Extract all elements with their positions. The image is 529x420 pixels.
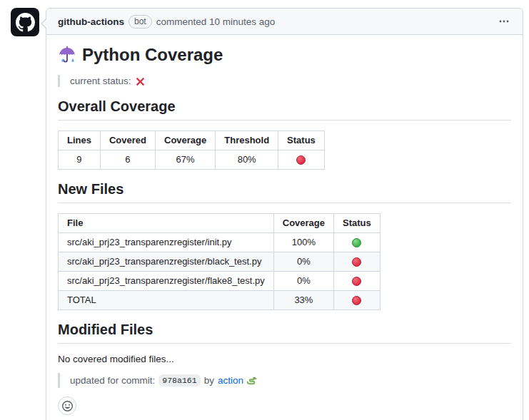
page: github-actions bot commented 10 minutes … (0, 0, 529, 420)
file-path: src/aki_prj23_transparenzregister/flake8… (59, 272, 274, 291)
threshold-value: 80% (216, 150, 278, 170)
table-row: 9 6 67% 80% (59, 150, 325, 170)
github-actions-avatar[interactable] (11, 8, 39, 36)
status-circle-icon (296, 155, 306, 165)
kebab-horizontal-icon (498, 16, 510, 27)
comment-header: github-actions bot commented 10 minutes … (46, 9, 523, 35)
lines-value: 9 (59, 150, 101, 170)
file-path: src/aki_prj23_transparenzregister/black_… (59, 252, 274, 272)
table-row: src/aki_prj23_transparenzregister/black_… (59, 252, 381, 272)
comment-timestamp[interactable]: commented 10 minutes ago (156, 16, 276, 27)
col-file: File (59, 214, 274, 233)
col-coverage: Coverage (273, 214, 333, 233)
status-circle-icon (352, 296, 361, 305)
coverage-title: Python Coverage (58, 45, 511, 65)
status-circle-icon (352, 277, 361, 286)
bot-badge: bot (129, 15, 152, 29)
coverage-value: 100% (273, 233, 333, 252)
total-label: TOTAL (59, 291, 274, 310)
table-row: src/aki_prj23_transparenzregister/init.p… (59, 233, 381, 252)
covered-value: 6 (100, 150, 155, 170)
action-link[interactable]: action (218, 375, 243, 386)
table-header-row: Lines Covered Coverage Threshold Status (59, 131, 325, 150)
comment-timeline: github-actions bot commented 10 minutes … (11, 8, 523, 420)
status-circle-icon (352, 257, 361, 267)
col-status: Status (334, 214, 381, 233)
coverage-value: 33% (273, 291, 333, 310)
new-files-table: File Coverage Status src/aki_prj23_trans… (58, 213, 381, 310)
col-status: Status (278, 131, 325, 150)
commit-note-quote: updated for commit: 978a161 by action (58, 373, 511, 388)
commit-note-by: by (204, 375, 214, 386)
file-path: src/aki_prj23_transparenzregister/init.p… (59, 233, 274, 252)
umbrella-icon (58, 46, 76, 64)
col-lines: Lines (59, 131, 101, 150)
table-row-total: TOTAL 33% (59, 291, 381, 310)
current-status-label: current status: (70, 76, 131, 86)
status-circle-icon (352, 238, 361, 247)
current-status-quote: current status: (58, 75, 511, 87)
modified-files-heading: Modified Files (58, 322, 511, 344)
smiley-icon (62, 401, 73, 411)
overall-coverage-table: Lines Covered Coverage Threshold Status … (58, 130, 325, 170)
col-coverage: Coverage (156, 131, 216, 150)
comment-card: github-actions bot commented 10 minutes … (46, 8, 523, 420)
cross-mark-icon (136, 77, 145, 86)
new-files-heading: New Files (58, 181, 511, 203)
commit-sha[interactable]: 978a161 (158, 374, 200, 386)
comment-options-button[interactable] (497, 14, 511, 29)
overall-coverage-heading: Overall Coverage (58, 98, 511, 121)
comment-body: Python Coverage current status: Overall … (46, 35, 523, 420)
coverage-value: 0% (273, 252, 333, 272)
no-modified-files-text: No covered modified files... (58, 354, 511, 364)
add-reaction-button[interactable] (58, 396, 76, 415)
table-header-row: File Coverage Status (59, 214, 381, 233)
col-covered: Covered (100, 131, 155, 150)
coverage-title-text: Python Coverage (82, 45, 223, 65)
comment-author[interactable]: github-actions (58, 16, 124, 27)
snake-icon (246, 375, 257, 386)
col-threshold: Threshold (216, 131, 278, 150)
octocat-icon (16, 13, 35, 32)
table-row: src/aki_prj23_transparenzregister/flake8… (59, 272, 381, 291)
commit-note-prefix: updated for commit: (70, 375, 155, 386)
coverage-value: 67% (156, 150, 216, 170)
coverage-value: 0% (273, 272, 333, 291)
